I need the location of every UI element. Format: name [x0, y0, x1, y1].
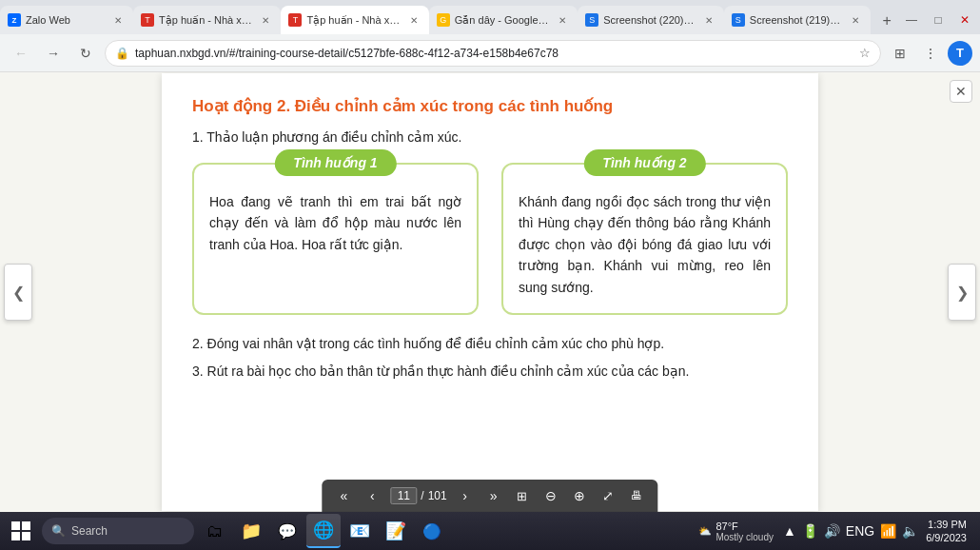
tab-zalo-favicon: Z	[8, 13, 21, 27]
taskbar-clock[interactable]: 1:39 PM 6/9/2023	[922, 518, 970, 545]
network-icon[interactable]: ▲	[783, 523, 796, 539]
taskbar-right: ⛅ 87°F Mostly cloudy ▲ 🔋 🔊 ENG 📶 🔈 1:39 …	[693, 518, 976, 545]
tab-ss1-title: Screenshot (220) -...	[603, 14, 696, 26]
address-bar[interactable]: 🔒 taphuan.nxbgd.vn/#/training-course-det…	[105, 40, 881, 67]
bookmark-icon[interactable]: ☆	[859, 46, 871, 60]
volume-icon[interactable]: 🔊	[824, 523, 840, 539]
tab-gg[interactable]: G Gắn dây - Google I... ✕	[429, 6, 578, 34]
tab-ss2-close[interactable]: ✕	[848, 12, 863, 28]
pdf-zoom-out-button[interactable]: ⊖	[540, 485, 561, 506]
profile-button[interactable]: T	[948, 41, 972, 66]
tab-tap2-favicon: T	[288, 13, 302, 27]
tab-gg-title: Gắn dây - Google I...	[455, 14, 550, 27]
tab-ss2-favicon: S	[732, 13, 745, 27]
reload-button[interactable]: ↻	[72, 40, 99, 67]
pdf-grid-button[interactable]: ⊞	[512, 485, 533, 506]
window-close-button[interactable]: ✕	[953, 9, 976, 31]
taskbar-time: 1:39 PM	[926, 518, 967, 531]
back-button[interactable]: ←	[8, 40, 34, 67]
wifi-icon[interactable]: 📶	[880, 523, 896, 539]
page-nav-left-button[interactable]: ❮	[4, 264, 32, 321]
circle-app[interactable]: 🔵	[415, 514, 449, 548]
tab-tap1[interactable]: T Tập huấn - Nhà xu... ✕	[133, 6, 281, 34]
tab-ss1-close[interactable]: ✕	[701, 12, 716, 28]
situation1-text: Hoa đang vẽ tranh thì em trai bất ngờ ch…	[209, 191, 461, 255]
pdf-toolbar: « ‹ / 101 › » ⊞ ⊖ ⊕ ⤢ 🖶	[322, 480, 657, 512]
pdf-page-total: 101	[428, 489, 447, 502]
chevron-right-icon: ❯	[956, 284, 969, 302]
file-explorer-app[interactable]: 🗂	[198, 514, 232, 548]
situation1-label: Tình huống 1	[274, 149, 396, 176]
situation-card-2: Tình huống 2 Khánh đang ngồi đọc sách tr…	[501, 163, 788, 315]
situation2-text: Khánh đang ngồi đọc sách trong thư viện …	[519, 191, 771, 298]
pdf-page-info: / 101	[390, 487, 446, 504]
weather-info: 87°F Mostly cloudy	[715, 521, 774, 542]
situations-row: Tình huống 1 Hoa đang vẽ tranh thì em tr…	[192, 163, 788, 315]
tab-ss2-title: Screenshot (219) -...	[750, 14, 843, 26]
word-app[interactable]: 📝	[379, 514, 413, 548]
tab-zalo-title: Zalo Web	[26, 14, 106, 26]
taskbar-search[interactable]: 🔍 Search	[42, 518, 194, 544]
situation-card-1: Tình huống 1 Hoa đang vẽ tranh thì em tr…	[192, 163, 479, 315]
pdf-first-page-button[interactable]: «	[333, 485, 354, 506]
page-close-button[interactable]: ✕	[950, 80, 972, 103]
tab-bar: Z Zalo Web ✕ T Tập huấn - Nhà xu... ✕ T …	[0, 0, 980, 34]
new-tab-button[interactable]: +	[874, 8, 900, 34]
tab-tap2-close[interactable]: ✕	[406, 12, 421, 28]
battery-icon: 🔋	[802, 523, 818, 539]
pdf-page-current-input[interactable]	[390, 487, 417, 504]
window-maximize-button[interactable]: □	[927, 9, 950, 31]
forward-button[interactable]: →	[40, 40, 67, 67]
document-page: Hoạt động 2. Điều chỉnh cảm xúc trong cá…	[162, 73, 818, 511]
pdf-next-page-button[interactable]: ›	[455, 485, 476, 506]
pdf-fit-button[interactable]: ⤢	[598, 485, 618, 506]
edge-app[interactable]: 🌐	[306, 514, 341, 548]
navigation-bar: ← → ↻ 🔒 taphuan.nxbgd.vn/#/training-cour…	[0, 34, 980, 72]
settings-button[interactable]: ⋮	[917, 40, 944, 67]
taskbar-apps: 🗂 📁 💬 🌐 📧 📝 🔵	[198, 514, 449, 548]
tab-tap2-title: Tập huấn - Nhà xu...	[306, 14, 401, 27]
address-bar-icons: ☆	[859, 46, 871, 60]
tab-gg-favicon: G	[437, 13, 450, 27]
url-text: taphuan.nxbgd.vn/#/training-course-detai…	[135, 47, 853, 60]
instruction1: 1. Thảo luận phương án điều chỉnh cảm xú…	[192, 128, 788, 147]
folder-app[interactable]: 📁	[234, 514, 268, 548]
tab-gg-close[interactable]: ✕	[555, 12, 570, 28]
language-label: ENG	[846, 523, 874, 539]
pdf-prev-page-button[interactable]: ‹	[362, 485, 382, 506]
taskbar-date: 6/9/2023	[926, 531, 967, 544]
main-content-area: ❮ ❯ ✕ Hoạt động 2. Điều chỉnh cảm xúc tr…	[0, 72, 980, 512]
weather-icon: ⛅	[698, 525, 712, 538]
instruction2: 2. Đóng vai nhân vật trong các tình huốn…	[192, 334, 788, 354]
extensions-button[interactable]: ⊞	[887, 40, 913, 67]
tab-zalo-close[interactable]: ✕	[110, 12, 126, 28]
window-minimize-button[interactable]: —	[900, 9, 923, 31]
system-tray-icons: ▲ 🔋 🔊 ENG 📶 🔈	[783, 523, 918, 539]
taskbar: 🔍 Search 🗂 📁 💬 🌐 📧 📝 🔵 ⛅ 87°F Mostly clo…	[0, 512, 980, 550]
speaker-icon[interactable]: 🔈	[902, 523, 918, 539]
page-nav-right-button[interactable]: ❯	[948, 264, 976, 321]
taskbar-search-label: Search	[71, 524, 108, 538]
tab-tap2[interactable]: T Tập huấn - Nhà xu... ✕	[281, 6, 428, 34]
tab-tap1-title: Tập huấn - Nhà xu...	[159, 14, 253, 27]
tab-ss1[interactable]: S Screenshot (220) -... ✕	[578, 6, 724, 34]
chevron-left-icon: ❮	[12, 284, 25, 302]
tab-ss1-favicon: S	[585, 13, 598, 27]
weather-widget[interactable]: ⛅ 87°F Mostly cloudy	[693, 521, 779, 542]
instruction3: 3. Rút ra bài học cho bản thân từ phần t…	[192, 362, 788, 382]
ssl-lock-icon: 🔒	[115, 47, 129, 60]
tab-zalo[interactable]: Z Zalo Web ✕	[0, 6, 133, 34]
weather-temp: 87°F	[715, 521, 774, 532]
window-controls: — □ ✕	[900, 6, 976, 34]
mail-app[interactable]: 📧	[343, 514, 377, 548]
tab-tap1-close[interactable]: ✕	[258, 12, 273, 28]
pdf-last-page-button[interactable]: »	[483, 485, 504, 506]
pdf-zoom-in-button[interactable]: ⊕	[569, 485, 590, 506]
windows-icon	[11, 521, 30, 540]
teams-app[interactable]: 💬	[270, 514, 304, 548]
pdf-print-button[interactable]: 🖶	[626, 485, 647, 506]
search-icon: 🔍	[51, 524, 66, 538]
tab-ss2[interactable]: S Screenshot (219) -... ✕	[724, 6, 871, 34]
activity-title: Hoạt động 2. Điều chỉnh cảm xúc trong cá…	[192, 96, 788, 116]
start-button[interactable]	[4, 514, 38, 548]
